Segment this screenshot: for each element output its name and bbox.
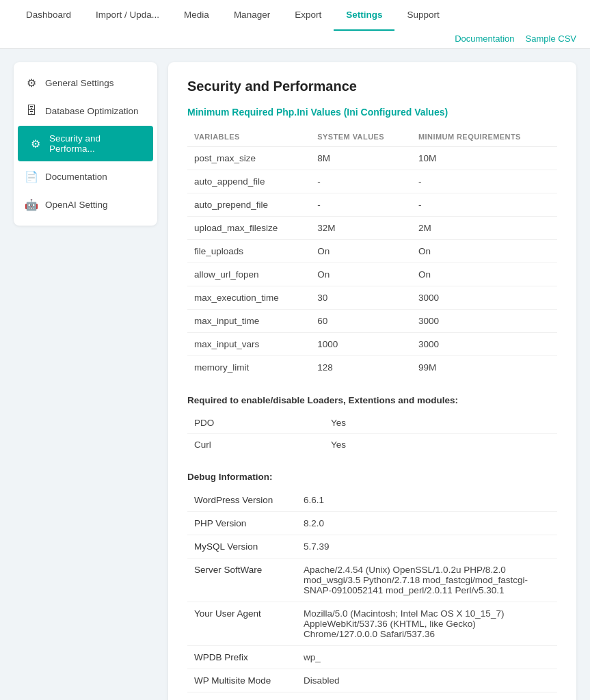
debug-value: Apache/2.4.54 (Unix) OpenSSL/1.0.2u PHP/… (297, 558, 557, 602)
list-item: WordPress Version6.6.1 (187, 489, 557, 512)
debug-value: 5.7.39 (297, 535, 557, 558)
sidebar: ⚙ General Settings 🗄 Database Optimizati… (14, 62, 157, 226)
table-row: memory_limit12899M (187, 356, 557, 379)
loader-label: PDO (187, 412, 324, 434)
list-item: Server SoftWareApache/2.4.54 (Unix) Open… (187, 558, 557, 602)
table-row: max_execution_time303000 (187, 286, 557, 310)
col-min-requirements: MINIMUM REQUIREMENTS (412, 127, 557, 147)
table-cell: file_uploads (187, 240, 310, 263)
table-cell: - (412, 170, 557, 193)
debug-value: Disabled (297, 669, 557, 692)
sidebar-label-documentation: Documentation (45, 172, 107, 182)
list-item: WP Multisite ModeDisabled (187, 669, 557, 692)
sidebar-label-openai: OpenAI Setting (45, 200, 108, 210)
debug-table: WordPress Version6.6.1PHP Version8.2.0My… (187, 489, 557, 700)
table-cell: 30 (310, 286, 412, 310)
table-cell: max_input_time (187, 310, 310, 333)
content-area: Security and Performance Minimum Require… (168, 62, 576, 700)
nav-tabs: Dashboard Import / Upda... Media Manager… (0, 0, 590, 31)
doc-icon: 📄 (25, 170, 38, 183)
debug-label: Server SoftWare (187, 558, 297, 602)
table-cell: 32M (310, 217, 412, 240)
debug-value: wp_ (297, 646, 557, 669)
table-cell: 3000 (412, 310, 557, 333)
loaders-table: PDOYesCurlYes (187, 412, 557, 455)
debug-label: WordPress Version (187, 489, 297, 512)
gear-icon: ⚙ (25, 77, 38, 90)
table-row: max_input_time603000 (187, 310, 557, 333)
documentation-link[interactable]: Documentation (455, 33, 514, 44)
shield-icon: ⚙ (29, 137, 42, 150)
debug-label: PHP Version (187, 512, 297, 535)
table-cell: 1000 (310, 333, 412, 356)
tab-settings[interactable]: Settings (334, 0, 394, 31)
list-item: PDOYes (187, 412, 557, 434)
main-layout: ⚙ General Settings 🗄 Database Optimizati… (0, 49, 590, 700)
sidebar-item-documentation[interactable]: 📄 Documentation (14, 163, 157, 191)
table-cell: 99M (412, 356, 557, 379)
tab-support[interactable]: Support (394, 0, 451, 31)
sidebar-label-security-performance: Security and Performa... (49, 133, 142, 154)
table-cell: auto_prepend_file (187, 193, 310, 217)
table-cell: allow_url_fopen (187, 263, 310, 286)
openai-icon: 🤖 (25, 198, 38, 211)
table-cell: - (412, 193, 557, 217)
table-cell: 10M (412, 147, 557, 170)
loader-label: Curl (187, 434, 324, 456)
table-row: upload_max_filesize32M2M (187, 217, 557, 240)
debug-label: WP Memory Limit (187, 692, 297, 701)
debug-label: WPDB Prefix (187, 646, 297, 669)
php-section-title: Minimum Required Php.Ini Values (Ini Con… (187, 107, 557, 118)
table-row: allow_url_fopenOnOn (187, 263, 557, 286)
debug-label: WP Multisite Mode (187, 669, 297, 692)
col-variables: VARIABLES (187, 127, 310, 147)
tab-manager[interactable]: Manager (222, 0, 282, 31)
table-cell: On (412, 263, 557, 286)
table-cell: auto_append_file (187, 170, 310, 193)
sidebar-item-general-settings[interactable]: ⚙ General Settings (14, 69, 157, 97)
table-row: max_input_vars10003000 (187, 333, 557, 356)
list-item: WPDB Prefixwp_ (187, 646, 557, 669)
table-cell: 2M (412, 217, 557, 240)
table-cell: max_input_vars (187, 333, 310, 356)
table-cell: - (310, 193, 412, 217)
list-item: WP Memory Limit128 (187, 692, 557, 701)
table-row: file_uploadsOnOn (187, 240, 557, 263)
list-item: PHP Version8.2.0 (187, 512, 557, 535)
tab-media[interactable]: Media (172, 0, 222, 31)
table-cell: - (310, 170, 412, 193)
loader-value: Yes (324, 412, 557, 434)
debug-section: Debug Information: WordPress Version6.6.… (187, 472, 557, 700)
sidebar-item-database-optimization[interactable]: 🗄 Database Optimization (14, 97, 157, 124)
table-row: auto_prepend_file-- (187, 193, 557, 217)
loaders-section: Required to enable/disable Loaders, Exte… (187, 395, 557, 455)
table-cell: upload_max_filesize (187, 217, 310, 240)
sample-csv-link[interactable]: Sample CSV (526, 33, 576, 44)
debug-label: Your User Agent (187, 602, 297, 646)
col-system-values: SYSTEM VALUES (310, 127, 412, 147)
table-cell: 128 (310, 356, 412, 379)
table-cell: 3000 (412, 286, 557, 310)
tab-dashboard[interactable]: Dashboard (14, 0, 83, 31)
table-cell: 3000 (412, 333, 557, 356)
top-nav: Dashboard Import / Upda... Media Manager… (0, 0, 590, 49)
sidebar-label-general-settings: General Settings (45, 78, 114, 88)
table-cell: On (310, 263, 412, 286)
tab-export[interactable]: Export (282, 0, 334, 31)
table-cell: max_execution_time (187, 286, 310, 310)
tab-import[interactable]: Import / Upda... (83, 0, 172, 31)
table-row: auto_append_file-- (187, 170, 557, 193)
sidebar-item-security-performance[interactable]: ⚙ Security and Performa... (18, 126, 153, 161)
loader-value: Yes (324, 434, 557, 456)
php-ini-table: VARIABLES SYSTEM VALUES MINIMUM REQUIREM… (187, 127, 557, 379)
debug-value: 8.2.0 (297, 512, 557, 535)
database-icon: 🗄 (25, 105, 38, 117)
debug-title: Debug Information: (187, 472, 557, 482)
table-cell: 8M (310, 147, 412, 170)
table-cell: memory_limit (187, 356, 310, 379)
table-row: post_max_size8M10M (187, 147, 557, 170)
sidebar-label-database-optimization: Database Optimization (45, 106, 139, 116)
sidebar-item-openai[interactable]: 🤖 OpenAI Setting (14, 191, 157, 219)
list-item: Your User AgentMozilla/5.0 (Macintosh; I… (187, 602, 557, 646)
table-cell: 60 (310, 310, 412, 333)
